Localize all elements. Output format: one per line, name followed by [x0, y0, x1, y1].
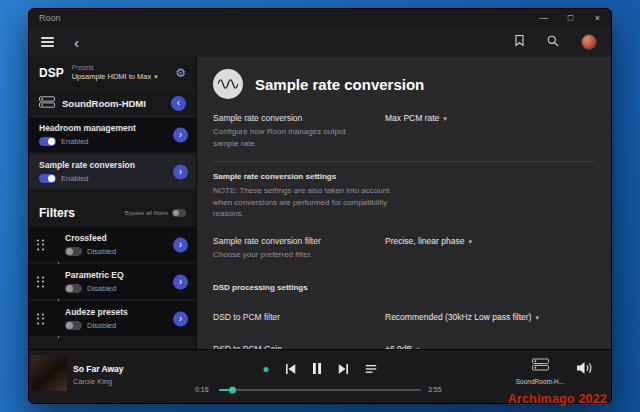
bypass-all-filters: Bypass all filters: [125, 209, 186, 217]
zone-row[interactable]: SoundRoom-HDMI ‹: [29, 89, 196, 117]
window-controls: — □ ×: [530, 9, 611, 27]
caret-down-icon: ▾: [535, 314, 539, 322]
max-pcm-rate-dropdown[interactable]: Max PCM rate ▾: [385, 113, 447, 149]
dsp-sidebar: DSP Presets Upsample HDMI to Max ▾ ⚙ Sou…: [29, 57, 197, 349]
queue-icon[interactable]: [366, 360, 377, 378]
album-art[interactable]: [31, 355, 67, 391]
chevron-right-icon[interactable]: ›: [173, 311, 188, 326]
back-icon[interactable]: ‹: [74, 35, 79, 50]
divider: [213, 161, 595, 162]
transport-controls: [264, 360, 377, 378]
gear-icon[interactable]: ⚙: [175, 67, 186, 79]
sidebar-item-sample-rate-conversion[interactable]: Sample rate conversion Enabled ›: [29, 154, 196, 189]
sample-rate-waveform-icon: [213, 69, 243, 99]
caret-down-icon: ▾: [154, 73, 158, 82]
caret-down-icon: ▾: [468, 238, 472, 246]
crossfeed-toggle[interactable]: [65, 247, 82, 256]
zone-picker[interactable]: SoundRoom-H...: [515, 357, 565, 385]
bypass-toggle[interactable]: [172, 209, 186, 217]
total-duration: 3:55: [428, 386, 442, 393]
close-button[interactable]: ×: [584, 9, 611, 27]
now-playing-info: So Far Away Carole King: [73, 364, 124, 386]
pause-icon[interactable]: [313, 360, 322, 378]
chevron-right-icon[interactable]: ›: [173, 127, 188, 142]
section-title: DSD processing settings: [213, 283, 611, 292]
sample-rate-toggle[interactable]: [39, 174, 56, 183]
titlebar: Roon — □ ×: [29, 9, 611, 27]
roon-window: Roon — □ × ‹ DSP Presets: [28, 8, 612, 404]
header-actions: [514, 33, 597, 51]
setting-dsd-pcm-filter: DSD to PCM filter Recommended (30kHz Low…: [213, 312, 611, 322]
setting-conversion-filter: Sample rate conversion filter Choose you…: [213, 236, 611, 261]
minimize-button[interactable]: —: [530, 9, 557, 27]
track-title[interactable]: So Far Away: [73, 364, 124, 374]
filter-item-parametric-eq[interactable]: Parametric EQ Disabled ›: [29, 264, 196, 299]
filter-list: Crossfeed Disabled › Parametric EQ Disab…: [29, 227, 196, 338]
audio-device-icon: [39, 94, 55, 112]
zone-name: SoundRoom-HDMI: [62, 98, 146, 109]
setting-sample-rate-conversion: Sample rate conversion Configure how Roo…: [213, 113, 611, 149]
presets-label: Presets: [72, 64, 158, 72]
chevron-right-icon[interactable]: ›: [173, 274, 188, 289]
previous-track-icon[interactable]: [286, 360, 296, 378]
maximize-button[interactable]: □: [557, 9, 584, 27]
seek-bar[interactable]: [219, 389, 421, 391]
parametric-eq-toggle[interactable]: [65, 284, 82, 293]
chevron-right-icon[interactable]: ›: [173, 164, 188, 179]
app-header: ‹: [29, 27, 611, 57]
collapse-chevron-left-icon[interactable]: ‹: [171, 96, 186, 111]
audeze-presets-toggle[interactable]: [65, 321, 82, 330]
section-title: Sample rate conversion settings: [213, 172, 611, 181]
drag-handle-icon[interactable]: [37, 239, 44, 250]
watermark-text: Archimago 2022: [508, 392, 607, 406]
drag-handle-icon[interactable]: [37, 313, 44, 324]
drag-handle-icon[interactable]: [37, 276, 44, 287]
audio-device-icon: [532, 357, 549, 375]
filters-title: Filters: [39, 206, 75, 220]
dsp-presets-row: DSP Presets Upsample HDMI to Max ▾ ⚙: [29, 57, 196, 89]
volume-icon[interactable]: [577, 361, 594, 379]
track-artist[interactable]: Carole King: [73, 377, 124, 386]
elapsed-time: 0:16: [195, 386, 209, 393]
conversion-filter-dropdown[interactable]: Precise, linear phase ▾: [385, 236, 472, 261]
main-header: Sample rate conversion: [213, 69, 611, 99]
window-title: Roon: [39, 13, 61, 23]
filter-item-crossfeed[interactable]: Crossfeed Disabled ›: [29, 227, 196, 262]
hamburger-menu-icon[interactable]: [41, 37, 54, 47]
section-note: NOTE: These settings are also taken into…: [213, 185, 405, 220]
bookmark-icon[interactable]: [514, 33, 525, 51]
main-panel: Sample rate conversion Sample rate conve…: [197, 57, 611, 349]
dsp-title: DSP: [39, 66, 64, 80]
caret-down-icon: ▾: [443, 115, 447, 123]
seek-fill: [219, 389, 233, 391]
user-avatar[interactable]: [581, 34, 597, 50]
signal-path-indicator[interactable]: [264, 367, 269, 372]
preset-value: Upsample HDMI to Max: [72, 72, 152, 81]
sidebar-item-headroom-management[interactable]: Headroom management Enabled ›: [29, 117, 196, 152]
preset-selector[interactable]: Presets Upsample HDMI to Max ▾: [72, 64, 158, 82]
zone-picker-label: SoundRoom-H...: [516, 378, 564, 385]
headroom-toggle[interactable]: [39, 137, 56, 146]
dsd-pcm-filter-dropdown[interactable]: Recommended (30kHz Low pass filter) ▾: [385, 312, 539, 322]
chevron-right-icon[interactable]: ›: [173, 237, 188, 252]
filters-header: Filters Bypass all filters: [29, 199, 196, 227]
seek-knob[interactable]: [229, 387, 236, 394]
next-track-icon[interactable]: [339, 360, 349, 378]
filter-item-audeze-presets[interactable]: Audeze presets Disabled ›: [29, 301, 196, 336]
search-icon[interactable]: [547, 33, 559, 51]
page-title: Sample rate conversion: [255, 76, 424, 93]
